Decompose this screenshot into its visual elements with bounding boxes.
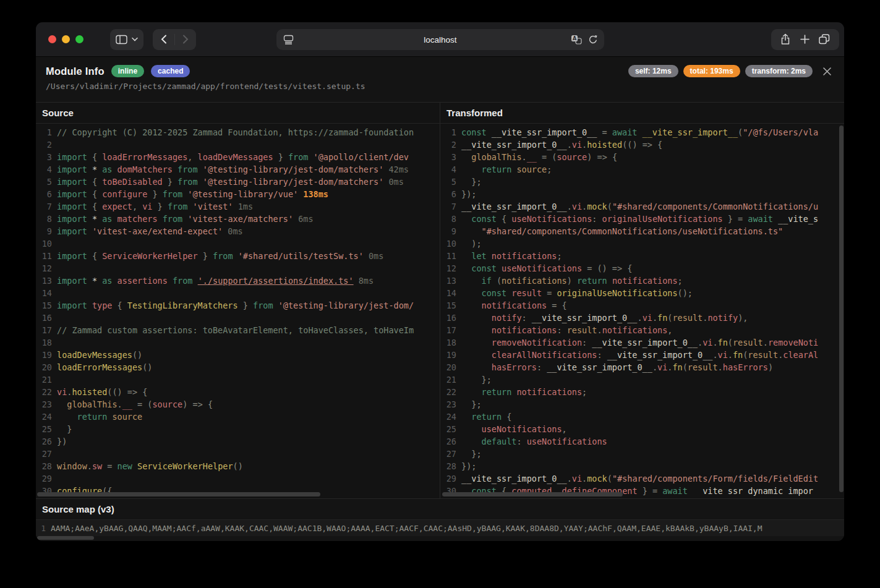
- source-code: 1// Copyright (C) 2012-2025 Zammad Found…: [36, 124, 440, 496]
- tab-overview-icon[interactable]: [819, 34, 830, 45]
- line-number: 27: [440, 448, 461, 460]
- nav-buttons: [153, 29, 196, 50]
- line-number: 15: [440, 299, 461, 312]
- code-panels: Source 1// Copyright (C) 2012-2025 Zamma…: [36, 103, 844, 498]
- line-number: 1: [36, 524, 51, 533]
- line-number: 17: [36, 324, 57, 336]
- line-number: 22: [440, 386, 461, 398]
- code-line: 25 useNotifications,: [440, 423, 844, 435]
- self-time-badge: self: 12ms: [628, 65, 678, 77]
- close-icon[interactable]: [822, 67, 832, 76]
- line-number: 19: [440, 349, 461, 361]
- line-number: 29: [36, 472, 57, 485]
- code-line: 24 return source: [36, 411, 440, 423]
- code-line: 26}): [36, 435, 440, 448]
- code-line: 14 const result = originalUseNotificatio…: [440, 287, 844, 299]
- code-line: 16: [36, 312, 440, 324]
- code-line: 28});: [440, 460, 844, 472]
- line-number: 7: [440, 200, 461, 213]
- close-window-button[interactable]: [48, 35, 56, 43]
- line-number: 5: [36, 176, 57, 188]
- code-line: 20loadErrorMessages(): [36, 361, 440, 373]
- line-number: 21: [440, 373, 461, 386]
- line-number: 15: [36, 299, 57, 312]
- line-number: 16: [36, 312, 57, 324]
- sourcemap-section: Source map (v3) 1 AAMA;AAeA,yBAAG,QAAQ,M…: [36, 498, 844, 541]
- code-line: 25 }: [36, 423, 440, 435]
- new-tab-icon[interactable]: [800, 35, 810, 44]
- line-number: 9: [36, 225, 57, 237]
- code-line: 6});: [440, 188, 844, 200]
- minimize-window-button[interactable]: [62, 35, 70, 43]
- line-number: 3: [440, 151, 461, 163]
- code-line: 21 };: [440, 373, 844, 386]
- code-line: 9import 'vitest-axe/extend-expect' 0ms: [36, 225, 440, 237]
- sourcemap-horizontal-scrollbar[interactable]: [37, 536, 94, 540]
- code-line: 2: [36, 138, 440, 151]
- code-line: 5import { toBeDisabled } from '@testing-…: [36, 176, 440, 188]
- line-number: 16: [440, 312, 461, 324]
- code-line: 29__vite_ssr_import_0__.vi.mock("#shared…: [440, 472, 844, 485]
- page-settings-icon[interactable]: [283, 35, 294, 45]
- code-line: 27: [36, 448, 440, 460]
- line-number: 12: [36, 262, 57, 275]
- page-title: Module Info: [46, 66, 105, 77]
- line-number: 11: [440, 250, 461, 262]
- code-line: 28window.sw = new ServiceWorkerHelper(): [36, 460, 440, 472]
- code-line: 8 const { useNotifications: originalUseN…: [440, 213, 844, 225]
- share-icon[interactable]: [780, 33, 790, 45]
- line-number: 22: [36, 386, 57, 398]
- zoom-window-button[interactable]: [75, 35, 83, 43]
- translate-icon[interactable]: A: [571, 35, 582, 45]
- code-line: 23 globalThis.__ = (source) => {: [36, 398, 440, 411]
- code-line: 1// Copyright (C) 2012-2025 Zammad Found…: [36, 126, 440, 138]
- transform-time-badge: transform: 2ms: [745, 65, 813, 77]
- line-number: 26: [36, 435, 57, 448]
- line-number: 4: [440, 163, 461, 176]
- code-line: 15import type { TestingLibraryMatchers }…: [36, 299, 440, 312]
- chevron-down-icon: [132, 37, 138, 41]
- line-number: 23: [36, 398, 57, 411]
- inline-badge: inline: [111, 65, 144, 77]
- transformed-vertical-scrollbar[interactable]: [839, 126, 844, 492]
- reload-icon[interactable]: [588, 35, 598, 45]
- code-line: 26 default: useNotifications: [440, 435, 844, 448]
- code-line: 22vi.hoisted(() => {: [36, 386, 440, 398]
- code-line: 6import { configure } from '@testing-lib…: [36, 188, 440, 200]
- module-info-header: Module Info inline cached self: 12ms tot…: [36, 57, 844, 103]
- transformed-code: 1const __vite_ssr_import_0__ = await __v…: [440, 124, 844, 496]
- line-number: 4: [36, 163, 57, 176]
- line-number: 19: [36, 349, 57, 361]
- line-number: 11: [36, 250, 57, 262]
- source-horizontal-scrollbar[interactable]: [37, 492, 320, 496]
- line-number: 9: [440, 225, 461, 237]
- address-bar[interactable]: localhost A: [276, 29, 604, 50]
- code-line: 3import { loadErrorMessages, loadDevMess…: [36, 151, 440, 163]
- code-line: 9 "#shared/components/CommonNotification…: [440, 225, 844, 237]
- code-line: 15 notifications = {: [440, 299, 844, 312]
- code-line: 17// Zammad custom assertions: toBeAvata…: [36, 324, 440, 336]
- line-number: 17: [440, 324, 461, 336]
- line-number: 8: [36, 213, 57, 225]
- line-number: 29: [440, 472, 461, 485]
- line-number: 25: [36, 423, 57, 435]
- transformed-horizontal-scrollbar[interactable]: [442, 492, 623, 496]
- line-number: 6: [440, 188, 461, 200]
- total-time-badge: total: 193ms: [683, 65, 740, 77]
- code-line: 19 clearAllNotifications: __vite_ssr_imp…: [440, 349, 844, 361]
- forward-button[interactable]: [182, 35, 189, 44]
- code-line: 22 return notifications;: [440, 386, 844, 398]
- code-line: 2__vite_ssr_import_0__.vi.hoisted(() => …: [440, 138, 844, 151]
- module-file-path: /Users/vladimir/Projects/zammad/app/fron…: [46, 82, 834, 91]
- line-number: 5: [440, 176, 461, 188]
- module-link[interactable]: './support/assertions/index.ts': [198, 276, 354, 286]
- code-line: 24 return {: [440, 411, 844, 423]
- sidebar-toggle-button[interactable]: [110, 29, 143, 50]
- line-number: 1: [36, 126, 57, 138]
- module-inspector-page: Module Info inline cached self: 12ms tot…: [36, 57, 844, 541]
- sidebar-icon: [116, 35, 127, 45]
- line-number: 12: [440, 262, 461, 275]
- code-line: 18 removeNotification: __vite_ssr_import…: [440, 336, 844, 349]
- code-line: 10: [36, 237, 440, 250]
- back-button[interactable]: [161, 35, 167, 44]
